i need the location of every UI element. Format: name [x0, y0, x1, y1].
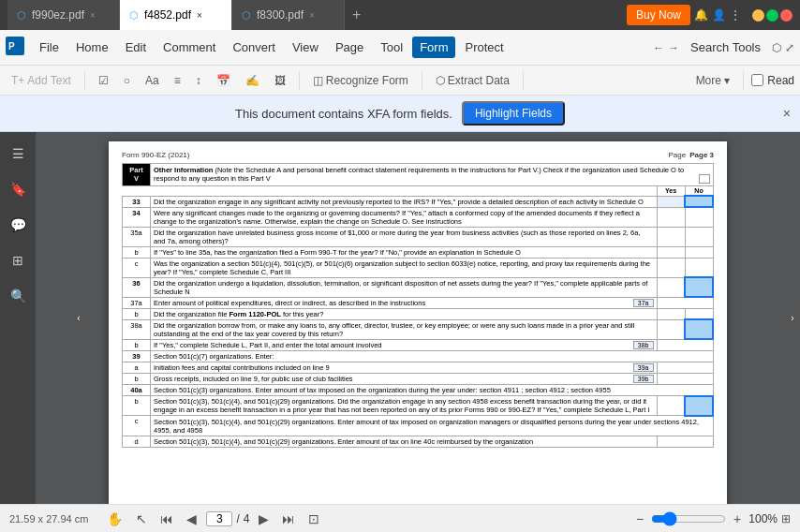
tab-f4852[interactable]: ⬡ f4852.pdf ×	[120, 0, 232, 30]
zoom-slider[interactable]	[651, 511, 726, 526]
menu-tool[interactable]: Tool	[373, 37, 410, 58]
recognize-form-icon: ◫	[313, 74, 323, 87]
row-text-37b: Did the organization file Form 1120-POL …	[151, 308, 658, 319]
titlebar: ⬡ f990ez.pdf × ⬡ f4852.pdf × ⬡ f8300.pdf…	[0, 0, 800, 30]
row-no-38a	[685, 319, 713, 339]
next-page-button[interactable]: ▶	[255, 510, 273, 528]
row-num-35b: b	[123, 246, 151, 258]
page-separator: /	[236, 512, 239, 525]
table-row: b Section 501(c)(3), 501(c)(4), and 501(…	[123, 396, 714, 416]
first-page-button[interactable]: ⏮	[156, 510, 177, 528]
maximize-button[interactable]	[766, 9, 778, 22]
row-text-40b: Section 501(c)(3), 501(c)(4), and 501(c)…	[151, 396, 658, 416]
zoom-out-button[interactable]: −	[632, 510, 647, 528]
tab-label: f4852.pdf	[144, 8, 191, 22]
row-num-39b: b	[123, 373, 151, 384]
table-row: b Did the organization file Form 1120-PO…	[123, 308, 714, 319]
toolbar-hand-icon[interactable]: ✋	[103, 510, 126, 528]
tab-close-f4852[interactable]: ×	[197, 10, 202, 21]
sidebar-search-icon[interactable]: 🔍	[4, 282, 32, 310]
row-text-39a: Initiation fees and capital contribution…	[151, 362, 658, 373]
titlebar-controls: Buy Now 🔔 👤 ⋮	[627, 5, 793, 25]
row-yes-34	[657, 207, 685, 227]
add-text-button[interactable]: T+ Add Text	[6, 71, 77, 90]
row-col-37a	[657, 297, 713, 308]
prev-page-button[interactable]: ◀	[183, 510, 200, 528]
zoom-in-button[interactable]: +	[730, 510, 745, 528]
toolbar-icon-date: 📅	[211, 71, 236, 90]
menu-home[interactable]: Home	[68, 37, 116, 58]
row-yes-33	[657, 196, 685, 207]
add-tab-button[interactable]: +	[345, 0, 368, 30]
input-38b[interactable]: 38b	[633, 341, 654, 349]
forward-icon[interactable]: →	[668, 41, 679, 54]
tab-close-f8300[interactable]: ×	[309, 10, 315, 21]
row-num-39a: a	[123, 362, 151, 373]
input-39b[interactable]: 39b	[633, 375, 654, 383]
page-number-input[interactable]	[206, 511, 232, 526]
menu-protect[interactable]: Protect	[457, 37, 511, 58]
read-checkbox[interactable]	[751, 74, 763, 86]
page-info: / 4	[206, 511, 249, 526]
input-37a[interactable]: 37a	[633, 299, 654, 307]
menu-edit[interactable]: Edit	[118, 37, 154, 58]
tab-close-f990ez[interactable]: ×	[90, 10, 96, 21]
table-row: 39 Section 501(c)(7) organizations. Ente…	[123, 350, 714, 362]
tab-f8300[interactable]: ⬡ f8300.pdf ×	[232, 0, 345, 30]
row-num-38b: b	[123, 339, 151, 350]
update-icon[interactable]: 🔔	[694, 8, 708, 22]
menu-view[interactable]: View	[285, 37, 326, 58]
extract-data-button[interactable]: ⬡ Extract Data	[430, 71, 515, 90]
row-num-36: 36	[123, 277, 151, 297]
back-icon[interactable]: ←	[653, 41, 664, 54]
xfa-close-button[interactable]: ×	[783, 106, 791, 121]
toolbar-separator-3	[422, 71, 422, 90]
table-row: d Section 501(c)(3), 501(c)(4), and 501(…	[123, 436, 714, 447]
more-button[interactable]: More ▾	[690, 71, 736, 90]
tab-bar: ⬡ f990ez.pdf × ⬡ f4852.pdf × ⬡ f8300.pdf…	[7, 0, 627, 30]
sidebar-comment-icon[interactable]: 💬	[4, 211, 32, 239]
sidebar-bookmark-icon[interactable]: 🔖	[4, 175, 32, 203]
page-header: Form 990-EZ (2021) Page Page 3	[122, 151, 714, 159]
fit-width-icon[interactable]: ⊞	[781, 512, 791, 525]
menu-convert[interactable]: Convert	[225, 37, 283, 58]
table-row: a Initiation fees and capital contributi…	[123, 362, 714, 373]
account-icon[interactable]: 👤	[712, 8, 726, 22]
tab-label: f8300.pdf	[257, 8, 304, 22]
sidebar-pages-icon[interactable]: ⊞	[4, 246, 32, 274]
last-page-button[interactable]: ⏭	[278, 510, 299, 528]
table-row: 36 Did the organization undergo a liquid…	[123, 277, 714, 297]
row-num-39: 39	[123, 350, 151, 362]
fit-page-button[interactable]: ⊡	[304, 510, 323, 528]
collapse-right-icon[interactable]: ⤢	[785, 41, 794, 54]
menu-file[interactable]: File	[32, 37, 67, 58]
menu-comment[interactable]: Comment	[156, 37, 223, 58]
menu-page[interactable]: Page	[328, 37, 371, 58]
tab-f990ez[interactable]: ⬡ f990ez.pdf ×	[7, 0, 120, 30]
toolbar-separator-1	[84, 71, 85, 90]
sidebar-collapse-button[interactable]: ‹	[71, 304, 86, 332]
tab-label: f990ez.pdf	[32, 8, 84, 22]
input-39a[interactable]: 39a	[633, 363, 654, 372]
buy-now-button[interactable]: Buy Now	[627, 5, 690, 25]
search-tools-button[interactable]: Search Tools	[683, 37, 768, 58]
row-text-35c: Was the organization a section 501(c)(4)…	[151, 258, 658, 277]
left-sidebar: ☰ 🔖 💬 ⊞ 🔍	[0, 132, 36, 504]
external-link-icon[interactable]: ⬡	[772, 41, 781, 54]
sidebar-menu-icon[interactable]: ☰	[4, 140, 32, 168]
row-text-37a: Enter amount of political expenditures, …	[151, 297, 658, 308]
row-no-33	[685, 196, 713, 207]
close-button[interactable]	[780, 9, 793, 22]
recognize-form-button[interactable]: ◫ Recognize Form	[307, 71, 414, 90]
table-row: c Section 501(c)(3), 501(c)(4), and 501(…	[123, 416, 714, 436]
window-controls	[752, 9, 793, 22]
highlight-fields-button[interactable]: Highlight Fields	[462, 101, 565, 126]
row-num-38a: 38a	[123, 319, 151, 339]
right-sidebar-collapse-button[interactable]: ›	[785, 304, 800, 332]
row-text-40d: Section 501(c)(3), 501(c)(4), and 501(c)…	[151, 436, 658, 447]
table-row: 35a Did the organization have unrelated …	[123, 227, 714, 246]
menu-form[interactable]: Form	[412, 37, 455, 58]
menu-dots-icon[interactable]: ⋮	[730, 8, 741, 22]
minimize-button[interactable]	[752, 9, 764, 22]
toolbar-cursor-icon[interactable]: ↖	[132, 510, 151, 528]
